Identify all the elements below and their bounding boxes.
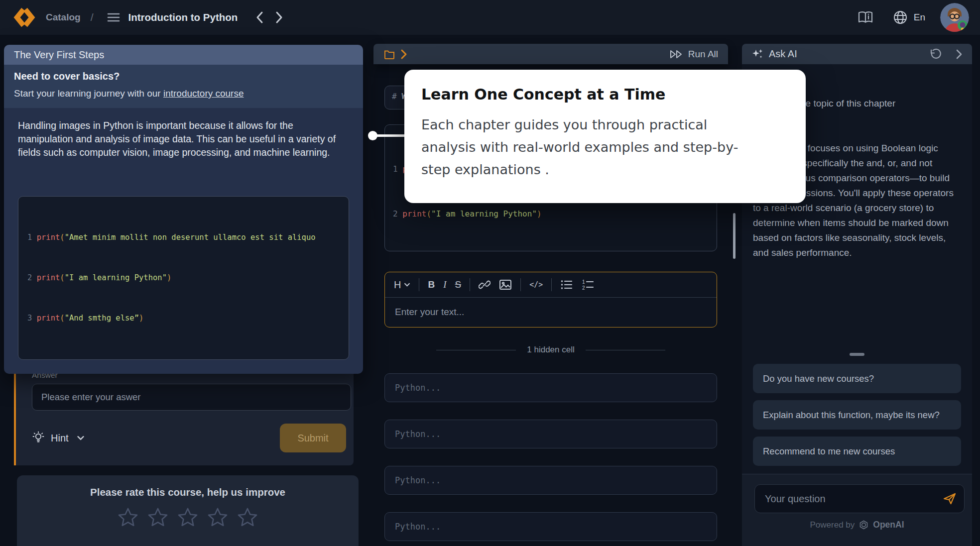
code-token: print xyxy=(37,273,60,282)
code-token: ) xyxy=(537,209,542,218)
reset-icon[interactable] xyxy=(928,48,941,61)
ask-ai-footer: Powered by OpenAI xyxy=(742,474,972,546)
openai-logo-icon xyxy=(858,520,869,530)
app-window: Catalog / Introduction to Python En xyxy=(0,0,980,546)
globe-icon[interactable] xyxy=(893,10,908,25)
provider-label: OpenAI xyxy=(873,520,904,530)
user-avatar[interactable] xyxy=(940,3,969,32)
brand-logo-icon[interactable] xyxy=(13,7,36,28)
task-footer: Hint Submit xyxy=(26,424,346,452)
line-number: 2 xyxy=(393,209,398,218)
send-icon[interactable] xyxy=(942,492,957,506)
lesson-paragraph: Handling images in Python is important b… xyxy=(18,119,349,159)
run-all-label: Run All xyxy=(688,49,718,60)
code-line: 2 print("I am learning Python") xyxy=(393,207,709,221)
promo-text: Start your learning journey with our int… xyxy=(14,88,353,99)
code-token: ( xyxy=(60,273,64,282)
next-chapter-icon[interactable] xyxy=(275,11,283,24)
image-icon[interactable] xyxy=(499,279,512,290)
answer-input[interactable] xyxy=(32,384,351,411)
tooltip-connector-dot xyxy=(368,131,377,140)
vertical-scrollbar[interactable] xyxy=(733,213,735,259)
promo-text-prefix: Start your learning journey with our xyxy=(14,88,163,99)
chevron-down-icon xyxy=(404,283,410,287)
ask-ai-header-actions xyxy=(928,48,963,61)
rich-text-editor: H B I S </> xyxy=(384,272,717,328)
collapse-panel-icon[interactable] xyxy=(955,48,963,60)
code-token: print xyxy=(37,233,60,242)
promo-banner: Need to cover basics? Start your learnin… xyxy=(4,65,363,108)
strikethrough-button[interactable]: S xyxy=(455,279,462,290)
prev-chapter-icon[interactable] xyxy=(255,11,263,24)
hidden-cell-label: 1 hidden cell xyxy=(527,345,574,355)
introductory-course-link[interactable]: introductory course xyxy=(163,88,244,99)
run-all-button[interactable]: Run All xyxy=(669,48,718,60)
python-cell[interactable]: Python... xyxy=(384,420,717,448)
question-input-wrap xyxy=(754,484,965,513)
python-cell[interactable]: Python... xyxy=(384,373,717,402)
lesson-title: The Very First Steps xyxy=(14,49,104,61)
breadcrumb-separator: / xyxy=(91,11,94,23)
suggested-question[interactable]: Explain about this function, maybe its n… xyxy=(753,400,961,430)
line-number: 1 xyxy=(27,233,32,242)
chevron-down-icon xyxy=(77,436,85,441)
toolbar-divider xyxy=(470,278,470,291)
svg-text:1: 1 xyxy=(582,279,585,285)
rating-card: Please rate this course, help us improve xyxy=(17,475,359,546)
code-token: ) xyxy=(167,273,171,282)
bold-button[interactable]: B xyxy=(428,279,435,290)
chevron-right-icon[interactable] xyxy=(400,49,407,60)
link-icon[interactable] xyxy=(479,279,490,291)
star-icon[interactable] xyxy=(206,506,229,529)
hidden-cell-toggle[interactable]: 1 hidden cell xyxy=(373,344,728,355)
code-token: "I am learning Python" xyxy=(65,273,167,282)
submit-button[interactable]: Submit xyxy=(280,424,346,452)
code-button[interactable]: </> xyxy=(529,280,543,289)
hint-button[interactable]: Hint xyxy=(32,431,85,445)
editor-toolbar: H B I S </> xyxy=(385,272,717,298)
breadcrumb-catalog[interactable]: Catalog xyxy=(46,12,81,23)
language-switcher[interactable]: En xyxy=(914,12,925,23)
topbar-actions: En xyxy=(857,3,969,32)
python-cell[interactable]: Python... xyxy=(384,466,717,495)
chapters-menu-icon[interactable] xyxy=(107,12,121,23)
ask-ai-header: Ask AI xyxy=(742,44,972,64)
editor-text-input[interactable] xyxy=(385,298,717,327)
suggested-question[interactable]: Recommend to me new courses xyxy=(753,437,961,466)
line-number: 2 xyxy=(27,273,32,282)
tooltip-title: Learn One Concept at a Time xyxy=(421,86,789,103)
question-input[interactable] xyxy=(757,485,942,513)
code-token: "I am learning Python" xyxy=(431,209,537,218)
python-cell[interactable]: Python... xyxy=(384,512,717,541)
divider-line xyxy=(436,350,516,350)
folder-icon[interactable] xyxy=(383,49,395,60)
lesson-code-block: 1 print("Amet minim mollit non deserunt … xyxy=(18,196,349,360)
star-icon[interactable] xyxy=(146,506,169,529)
toolbar-divider xyxy=(520,278,521,291)
numbered-list-icon[interactable]: 12 xyxy=(582,279,595,290)
heading-label: H xyxy=(394,279,401,291)
powered-by-label: Powered by xyxy=(810,520,855,530)
line-number: 1 xyxy=(393,164,398,174)
docs-book-icon[interactable] xyxy=(857,10,874,24)
toolbar-divider xyxy=(419,278,419,291)
code-line: 2 print("I am learning Python") xyxy=(27,271,340,285)
star-icon[interactable] xyxy=(117,506,139,529)
code-token: ( xyxy=(60,314,64,323)
star-icon[interactable] xyxy=(176,506,199,529)
code-token: "Amet minim mollit non deserunt ullamco … xyxy=(65,233,316,242)
lesson-card: The Very First Steps Need to cover basic… xyxy=(4,45,363,374)
drag-handle[interactable] xyxy=(850,353,864,356)
lesson-card-header: The Very First Steps xyxy=(4,45,363,65)
line-number: 3 xyxy=(27,314,32,323)
code-token: ( xyxy=(60,233,64,242)
code-token: ( xyxy=(426,209,431,218)
italic-button[interactable]: I xyxy=(443,279,446,290)
suggested-question[interactable]: Do you have new courses? xyxy=(753,364,961,393)
bullet-list-icon[interactable] xyxy=(560,279,573,290)
heading-dropdown[interactable]: H xyxy=(394,279,410,291)
ask-ai-title: Ask AI xyxy=(769,48,797,60)
star-icon[interactable] xyxy=(236,506,259,529)
promo-title: Need to cover basics? xyxy=(14,71,353,82)
markdown-hash: # xyxy=(392,92,397,101)
